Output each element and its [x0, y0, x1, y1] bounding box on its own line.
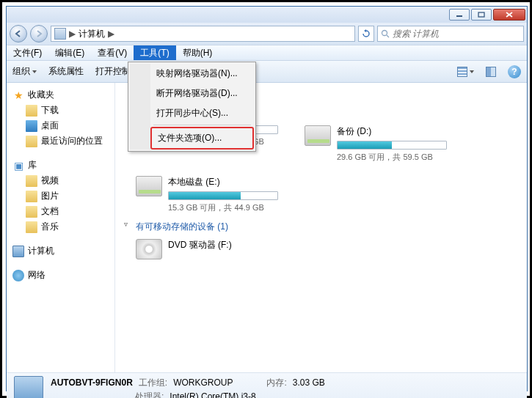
- sidebar-item-videos[interactable]: 视频: [8, 173, 113, 188]
- sidebar-favorites[interactable]: ★收藏夹: [8, 87, 113, 103]
- organize-button[interactable]: 组织: [12, 65, 37, 78]
- video-icon: [26, 175, 37, 187]
- drive-d[interactable]: 备份 (D:) 29.6 GB 可用，共 59.5 GB: [302, 122, 463, 166]
- toolbar: 组织 系统属性 打开控制面板 ?: [7, 61, 527, 83]
- dvd-icon: [136, 239, 162, 259]
- drive-label: 备份 (D:): [337, 125, 460, 141]
- drive-icon: [305, 125, 331, 146]
- sidebar-item-downloads[interactable]: 下载: [8, 103, 113, 118]
- chevron-down-icon: [470, 70, 474, 73]
- search-input[interactable]: [393, 29, 520, 39]
- sidebar: ★收藏夹 下载 桌面 最近访问的位置 ▣库 视频 图片 文档 音乐 计算机 网络: [7, 83, 115, 372]
- folder-icon: [26, 105, 37, 117]
- address-row: ▶ 计算机 ▶: [7, 23, 527, 45]
- cpu-value: Intel(R) Core(TM) i3-8...: [170, 391, 263, 398]
- maximize-button[interactable]: [471, 9, 492, 21]
- star-icon: ★: [12, 89, 24, 101]
- memory-value: 3.03 GB: [293, 377, 325, 388]
- menubar: 文件(F) 编辑(E) 查看(V) 工具(T) 帮助(H): [7, 45, 527, 61]
- menu-separator: [153, 125, 251, 125]
- cpu-label: 处理器:: [135, 391, 164, 398]
- workgroup-label: 工作组:: [139, 377, 167, 389]
- sidebar-item-documents[interactable]: 文档: [8, 204, 113, 219]
- drive-dvd[interactable]: DVD 驱动器 (F:): [133, 236, 294, 262]
- sidebar-item-recent[interactable]: 最近访问的位置: [8, 133, 113, 149]
- section-removable[interactable]: 有可移动存储的设备 (1): [123, 216, 520, 236]
- computer-icon: [14, 376, 43, 398]
- picture-icon: [26, 191, 37, 202]
- drive-label: DVD 驱动器 (F:): [168, 239, 291, 254]
- menu-folder-options[interactable]: 文件夹选项(O)...: [150, 127, 254, 150]
- breadcrumb-location[interactable]: 计算机: [79, 28, 105, 40]
- music-icon: [26, 221, 37, 233]
- drive-usage-bar: [168, 191, 278, 200]
- help-button[interactable]: ?: [508, 65, 521, 78]
- menu-tools[interactable]: 工具(T): [134, 45, 175, 60]
- menu-open-sync-center[interactable]: 打开同步中心(S)...: [150, 103, 254, 123]
- memory-label: 内存:: [266, 377, 286, 389]
- refresh-button[interactable]: [358, 26, 374, 42]
- minimize-button[interactable]: [449, 9, 470, 21]
- tools-dropdown: 映射网络驱动器(N)... 断开网络驱动器(D)... 打开同步中心(S)...…: [128, 62, 256, 152]
- computer-icon: [54, 28, 66, 40]
- search-box[interactable]: [377, 26, 524, 42]
- separator-icon: ▶: [108, 29, 114, 39]
- svg-rect-1: [478, 12, 484, 17]
- library-icon: ▣: [12, 160, 24, 172]
- sidebar-libraries[interactable]: ▣库: [8, 158, 113, 173]
- chevron-down-icon: [32, 70, 37, 73]
- sysprops-button[interactable]: 系统属性: [48, 65, 84, 78]
- menu-file[interactable]: 文件(F): [7, 45, 48, 60]
- breadcrumb[interactable]: ▶ 计算机 ▶: [51, 26, 355, 42]
- computer-icon: [12, 246, 24, 257]
- document-icon: [26, 206, 37, 218]
- menu-edit[interactable]: 编辑(E): [48, 45, 91, 60]
- menu-map-network-drive[interactable]: 映射网络驱动器(N)...: [150, 64, 254, 84]
- drive-label: 本地磁盘 (E:): [168, 176, 291, 191]
- drive-stat: 15.3 GB 可用，共 44.9 GB: [168, 202, 291, 213]
- menu-help[interactable]: 帮助(H): [176, 45, 219, 60]
- sidebar-item-music[interactable]: 音乐: [8, 219, 113, 235]
- menu-disconnect-network-drive[interactable]: 断开网络驱动器(D)...: [150, 84, 254, 103]
- drive-stat: 29.6 GB 可用，共 59.5 GB: [337, 152, 460, 163]
- svg-point-4: [382, 31, 387, 36]
- drive-icon: [136, 176, 162, 196]
- sidebar-item-desktop[interactable]: 桌面: [8, 118, 113, 133]
- view-options-button[interactable]: [457, 67, 474, 77]
- computer-name: AUTOBVT-9FIGN0R: [51, 377, 133, 388]
- sidebar-computer[interactable]: 计算机: [8, 243, 113, 259]
- forward-button[interactable]: [30, 25, 48, 43]
- details-pane: AUTOBVT-9FIGN0R 工作组: WORKGROUP 内存: 3.03 …: [7, 372, 527, 398]
- desktop-icon: [26, 120, 37, 132]
- sidebar-item-pictures[interactable]: 图片: [8, 188, 113, 204]
- back-button[interactable]: [10, 25, 27, 43]
- network-icon: [12, 270, 24, 281]
- titlebar: [7, 7, 527, 23]
- separator-icon: ▶: [69, 29, 76, 39]
- folder-icon: [26, 136, 37, 147]
- drive-e[interactable]: 本地磁盘 (E:) 15.3 GB 可用，共 44.9 GB: [133, 173, 294, 216]
- workgroup-value: WORKGROUP: [173, 377, 233, 388]
- preview-pane-button[interactable]: [486, 67, 496, 77]
- drive-usage-bar: [337, 141, 447, 150]
- search-icon: [381, 29, 390, 38]
- svg-line-5: [387, 35, 389, 37]
- menu-view[interactable]: 查看(V): [91, 45, 134, 60]
- close-button[interactable]: [493, 9, 525, 21]
- sidebar-network[interactable]: 网络: [8, 268, 113, 283]
